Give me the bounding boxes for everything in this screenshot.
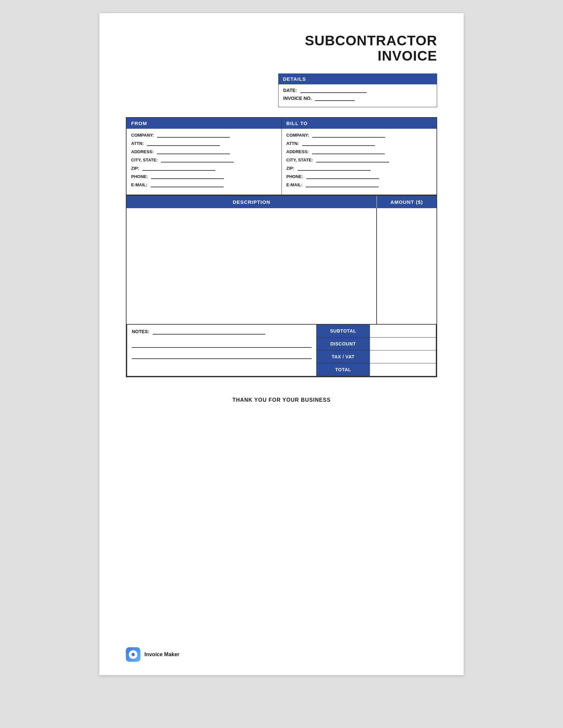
notes-input-line[interactable]	[153, 334, 265, 335]
billto-email-row: E-MAIL:	[287, 182, 432, 187]
app-logo	[126, 647, 140, 662]
date-input[interactable]	[301, 92, 367, 93]
from-zip-input[interactable]	[142, 170, 215, 171]
from-address-row: ADDRESS:	[131, 149, 277, 154]
from-billto-section: FROM COMPANY: ATTN: ADDRESS: CITY, STATE…	[126, 117, 437, 195]
invoice-table: DESCRIPTION AMOUNT ($)	[126, 195, 437, 324]
from-company-label: COMPANY:	[131, 133, 154, 138]
from-company-row: COMPANY:	[131, 133, 277, 138]
amount-column-header: AMOUNT ($)	[377, 196, 437, 208]
from-address-label: ADDRESS:	[131, 149, 154, 154]
billto-citystate-label: CITY, STATE:	[287, 158, 313, 162]
from-phone-input[interactable]	[151, 178, 224, 179]
notes-extra-line-1[interactable]	[132, 341, 312, 348]
billto-header: BILL TO	[282, 118, 437, 129]
billto-citystate-row: CITY, STATE:	[287, 158, 432, 162]
from-email-label: E-MAIL:	[131, 182, 147, 187]
from-attn-input[interactable]	[147, 145, 220, 146]
from-header: FROM	[126, 118, 282, 129]
billto-zip-input[interactable]	[298, 170, 371, 171]
total-label: TOTAL	[317, 363, 370, 376]
tax-row: TAX / VAT	[317, 350, 436, 363]
billto-body: COMPANY: ATTN: ADDRESS: CITY, STATE: ZIP…	[282, 129, 437, 195]
notes-column: NOTES:	[127, 325, 317, 376]
description-cell[interactable]	[126, 208, 377, 324]
details-header: DETAILS	[278, 73, 437, 84]
amount-cell[interactable]	[377, 208, 437, 324]
billto-phone-label: PHONE:	[287, 174, 304, 179]
from-zip-row: ZIP:	[131, 166, 277, 171]
notes-label: NOTES:	[132, 329, 149, 334]
billto-attn-label: ATTN:	[287, 141, 299, 146]
billto-zip-label: ZIP:	[287, 166, 295, 171]
from-column: FROM COMPANY: ATTN: ADDRESS: CITY, STATE…	[126, 118, 282, 195]
invoice-no-input[interactable]	[315, 100, 355, 101]
total-row: TOTAL	[317, 363, 436, 376]
table-header-row: DESCRIPTION AMOUNT ($)	[126, 196, 437, 208]
date-field-row: DATE:	[283, 88, 432, 93]
billto-address-row: ADDRESS:	[287, 149, 432, 154]
discount-value[interactable]	[370, 338, 436, 350]
details-body: DATE: INVOICE NO.	[278, 84, 437, 107]
description-column-header: DESCRIPTION	[126, 196, 377, 208]
from-citystate-label: CITY, STATE:	[131, 158, 158, 162]
billto-zip-row: ZIP:	[287, 166, 432, 171]
from-citystate-input[interactable]	[161, 162, 234, 162]
from-phone-label: PHONE:	[131, 174, 148, 179]
date-label: DATE:	[283, 88, 297, 93]
totals-notes-row: NOTES: SUBTOTAL DISCOUNT	[126, 324, 437, 377]
total-value[interactable]	[370, 363, 436, 376]
thank-you-message: THANK YOU FOR YOUR BUSINESS	[126, 397, 437, 403]
from-zip-label: ZIP:	[131, 166, 139, 171]
billto-phone-input[interactable]	[306, 178, 379, 179]
billto-company-row: COMPANY:	[287, 133, 432, 138]
discount-row: DISCOUNT	[317, 338, 436, 350]
billto-attn-row: ATTN:	[287, 141, 432, 146]
discount-label: DISCOUNT	[317, 338, 370, 350]
invoice-no-field-row: INVOICE NO.	[283, 96, 432, 101]
from-attn-label: ATTN:	[131, 141, 144, 146]
table-body-row	[126, 208, 437, 324]
invoice-title: SUBCONTRACTOR INVOICE	[126, 33, 437, 64]
subtotal-row: SUBTOTAL	[317, 325, 436, 338]
app-logo-dot	[131, 653, 135, 656]
totals-notes-section: NOTES: SUBTOTAL DISCOUNT	[126, 324, 437, 377]
notes-field-row: NOTES:	[132, 329, 312, 335]
tax-value[interactable]	[370, 350, 436, 363]
notes-extra-lines	[132, 341, 312, 359]
subtotal-value[interactable]	[370, 325, 436, 337]
from-attn-row: ATTN:	[131, 141, 277, 146]
from-address-input[interactable]	[157, 154, 230, 154]
footer: Invoice Maker	[126, 647, 179, 662]
billto-citystate-input[interactable]	[316, 162, 389, 162]
tax-label: TAX / VAT	[317, 350, 370, 363]
billto-email-input[interactable]	[306, 187, 379, 187]
app-name: Invoice Maker	[144, 652, 179, 658]
from-body: COMPANY: ATTN: ADDRESS: CITY, STATE: ZIP…	[126, 129, 282, 195]
invoice-page: SUBCONTRACTOR INVOICE DETAILS DATE: INVO…	[99, 13, 464, 675]
billto-attn-input[interactable]	[302, 145, 375, 146]
from-email-input[interactable]	[151, 187, 223, 187]
billto-phone-row: PHONE:	[287, 174, 432, 179]
from-company-input[interactable]	[157, 137, 230, 138]
invoice-no-label: INVOICE NO.	[283, 96, 312, 101]
subtotal-label: SUBTOTAL	[317, 325, 370, 337]
from-phone-row: PHONE:	[131, 174, 277, 179]
notes-extra-line-2[interactable]	[132, 352, 312, 359]
billto-company-input[interactable]	[312, 137, 385, 138]
billto-company-label: COMPANY:	[287, 133, 309, 138]
app-logo-inner	[129, 650, 137, 659]
details-section: DETAILS DATE: INVOICE NO.	[278, 73, 437, 107]
billto-address-input[interactable]	[312, 154, 385, 154]
billto-address-label: ADDRESS:	[287, 149, 309, 154]
billto-email-label: E-MAIL:	[287, 182, 303, 187]
invoice-title-block: SUBCONTRACTOR INVOICE	[126, 33, 437, 64]
from-citystate-row: CITY, STATE:	[131, 158, 277, 162]
totals-column: SUBTOTAL DISCOUNT TAX / VAT TOTAL	[317, 325, 436, 376]
from-email-row: E-MAIL:	[131, 182, 277, 187]
billto-column: BILL TO COMPANY: ATTN: ADDRESS: CITY, ST…	[282, 118, 437, 195]
